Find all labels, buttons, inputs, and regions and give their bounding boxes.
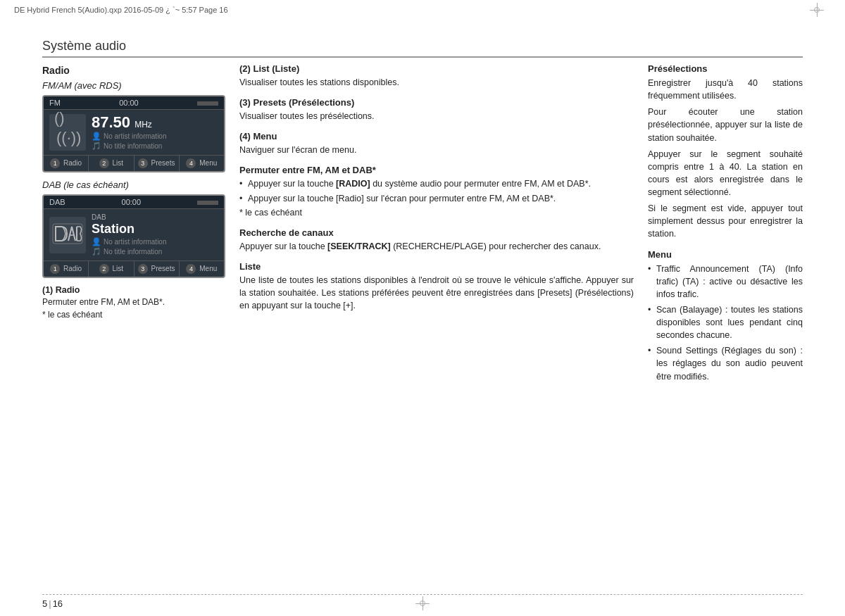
- fm-body: () ((·)) 87.50 MHz 👤 No artist informati…: [44, 110, 224, 155]
- section-title: Système audio: [42, 39, 803, 54]
- mid-s2-text: Visualiser toutes les stations disponibl…: [239, 76, 634, 89]
- mid-permuter-bullet-1: Appuyer sur la touche [RADIO] du système…: [239, 177, 634, 190]
- mid-permuter-note: * le cas échéant: [239, 206, 634, 219]
- dab-subheading: DAB (le cas échéant): [42, 180, 225, 190]
- mid-s2-title: (2) List (Liste): [239, 63, 634, 74]
- mid-s4-title: (4) Menu: [239, 131, 634, 142]
- dab-station-name: Station: [92, 222, 218, 237]
- fm-btn-presets[interactable]: 3 Presets: [134, 156, 180, 171]
- fm-buttons: 1 Radio 2 List 3 Presets 4 Menu: [44, 155, 224, 171]
- right-menu-bullets: Traffic Announcement (TA) (Info trafic) …: [648, 263, 803, 383]
- left-section-1: (1) Radio Permuter entre FM, AM et DAB*.…: [42, 285, 225, 321]
- fm-info: 87.50 MHz 👤 No artist information 🎵 No t…: [92, 114, 218, 151]
- dab-title: 🎵 No title information: [92, 247, 218, 256]
- fm-icon-area: () ((·)): [49, 114, 86, 151]
- mid-permuter-bullets: Appuyer sur la touche [RADIO] du système…: [239, 177, 634, 204]
- dab-display: DAB 00:00: [42, 194, 225, 278]
- fm-title: 🎵 No title information: [92, 142, 218, 151]
- right-column: Présélections Enregistrer jusqu'à 40 sta…: [648, 63, 803, 581]
- fm-unit: MHz: [134, 120, 152, 130]
- dab-btn-radio[interactable]: 1 Radio: [44, 261, 89, 277]
- page-sub-num: 16: [53, 598, 63, 609]
- fm-top-bar: FM 00:00: [44, 96, 224, 110]
- mid-section-liste: Liste Une liste de toutes les stations d…: [239, 261, 634, 312]
- mid-section-3: (3) Presets (Présélections) Visualiser t…: [239, 97, 634, 122]
- dab-btn-presets[interactable]: 3 Presets: [134, 261, 180, 277]
- left-column: Radio FM/AM (avec RDS) FM 00:00 () ((·)): [42, 63, 225, 581]
- fm-artist: 👤 No artist information: [92, 132, 218, 141]
- fm-label: FM: [49, 99, 61, 107]
- dab-time: 00:00: [122, 198, 142, 206]
- dab-btn-num-3: 3: [138, 264, 148, 274]
- dab-logo-icon: [51, 221, 84, 249]
- crosshair-bottom-center: [415, 596, 430, 610]
- right-presel-p4: Si le segment est vide, appuyer tout sim…: [648, 202, 803, 240]
- dab-icon-area: [49, 217, 86, 253]
- page-main-num: 5: [42, 598, 47, 609]
- right-menu-bullet-2: Scan (Balayage) : toutes les stations di…: [648, 303, 803, 341]
- dab-btn-num-1: 1: [50, 264, 60, 274]
- dab-btn-list[interactable]: 2 List: [89, 261, 134, 277]
- fm-btn-num-3: 3: [138, 158, 148, 168]
- radio-heading: Radio: [42, 65, 225, 76]
- mid-recherche-text: Appuyer sur la touche [SEEK/TRACK] (RECH…: [239, 240, 634, 253]
- section-title-bar: Système audio: [42, 39, 803, 58]
- dab-artist: 👤 No artist information: [92, 237, 218, 246]
- fm-btn-radio-label: Radio: [63, 159, 82, 167]
- right-presel-p3: Appuyer sur le segment souhaité compris …: [648, 148, 803, 199]
- doc-header: DE Hybrid French 5(Audio).qxp 2016-05-09…: [14, 6, 831, 14]
- dab-body: DAB Station 👤 No artist information 🎵 No…: [44, 209, 224, 260]
- mid-permuter-title: Permuter entre FM, AM et DAB*: [239, 165, 634, 175]
- mid-section-permuter: Permuter entre FM, AM et DAB* Appuyer su…: [239, 165, 634, 218]
- crosshair-top-right: [810, 3, 824, 17]
- right-preselections-title: Présélections: [648, 63, 803, 74]
- svg-text:((·)): ((·)): [56, 129, 81, 146]
- section1-title: (1) Radio: [42, 285, 225, 295]
- dab-info: DAB Station 👤 No artist information 🎵 No…: [92, 213, 218, 256]
- mid-s3-text: Visualiser toutes les présélections.: [239, 110, 634, 122]
- right-menu-title: Menu: [648, 249, 803, 260]
- fm-frequency: 87.50 MHz: [92, 114, 218, 131]
- right-menu: Menu Traffic Announcement (TA) (Info tra…: [648, 249, 803, 383]
- mid-s4-text: Naviguer sur l'écran de menu.: [239, 144, 634, 156]
- fm-bar-right: [197, 101, 218, 106]
- dab-top-bar: DAB 00:00: [44, 196, 224, 209]
- dab-btn-menu[interactable]: 4 Menu: [180, 261, 224, 277]
- fm-btn-num-4: 4: [186, 158, 196, 168]
- dab-btn-radio-label: Radio: [63, 265, 82, 272]
- dab-sublabel: DAB: [92, 213, 218, 221]
- mid-section-4: (4) Menu Naviguer sur l'écran de menu.: [239, 131, 634, 156]
- dab-btn-list-label: List: [112, 265, 123, 272]
- radio-wave-icon: () ((·)): [54, 109, 81, 156]
- fm-btn-list[interactable]: 2 List: [89, 156, 134, 171]
- dab-btn-num-4: 4: [186, 264, 196, 274]
- fm-btn-radio[interactable]: 1 Radio: [44, 156, 89, 171]
- fm-subheading: FM/AM (avec RDS): [42, 80, 225, 91]
- mid-s3-title: (3) Presets (Présélections): [239, 97, 634, 108]
- section1-text: Permuter entre FM, AM et DAB*.: [42, 296, 225, 308]
- fm-btn-list-label: List: [112, 159, 123, 167]
- fm-display: FM 00:00 () ((·)) 87.50 MHz: [42, 95, 225, 172]
- dab-btn-num-2: 2: [99, 264, 109, 274]
- dab-bar-right: [197, 201, 218, 205]
- right-presel-p2: Pour écouter une station présélectionnée…: [648, 106, 803, 144]
- mid-liste-text: Une liste de toutes les stations disponi…: [239, 274, 634, 312]
- header-left-text: DE Hybrid French 5(Audio).qxp 2016-05-09…: [14, 6, 228, 14]
- fm-btn-menu[interactable]: 4 Menu: [180, 156, 224, 171]
- right-menu-bullet-3: Sound Settings (Réglages du son) : les r…: [648, 344, 803, 382]
- dab-btn-menu-label: Menu: [199, 265, 217, 272]
- right-preselections: Présélections Enregistrer jusqu'à 40 sta…: [648, 63, 803, 241]
- mid-liste-title: Liste: [239, 261, 634, 272]
- fm-btn-num-1: 1: [50, 158, 60, 168]
- fm-btn-menu-label: Menu: [199, 159, 217, 167]
- main-content: Radio FM/AM (avec RDS) FM 00:00 () ((·)): [42, 63, 803, 581]
- right-presel-p1: Enregistrer jusqu'à 40 stations fréquemm…: [648, 77, 803, 102]
- right-menu-bullet-1: Traffic Announcement (TA) (Info trafic) …: [648, 263, 803, 301]
- fm-btn-num-2: 2: [99, 158, 109, 168]
- dab-label-top: DAB: [49, 198, 65, 206]
- fm-time: 00:00: [119, 99, 139, 107]
- mid-section-recherche: Recherche de canaux Appuyer sur la touch…: [239, 227, 634, 253]
- dab-buttons: 1 Radio 2 List 3 Presets 4 Menu: [44, 260, 224, 277]
- mid-section-2: (2) List (Liste) Visualiser toutes les s…: [239, 63, 634, 89]
- middle-column: (2) List (Liste) Visualiser toutes les s…: [239, 63, 634, 581]
